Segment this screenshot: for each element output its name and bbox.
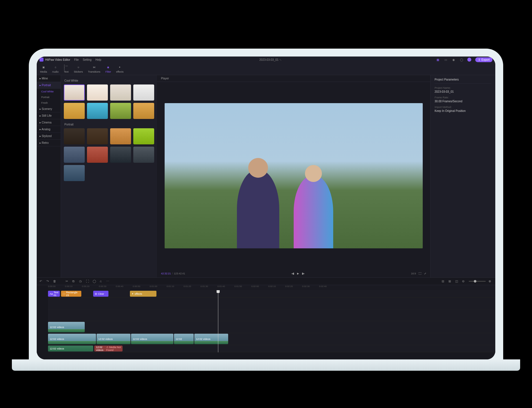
crop-icon[interactable]: ⛶ <box>419 272 421 275</box>
preview-column: Player 42:32:21 / 123:42:41 ◂▮ ▶ ▮▸ <box>157 75 430 277</box>
prev-frame-button[interactable]: ◂▮ <box>291 272 294 275</box>
tool-effects[interactable]: ✦effects <box>116 65 123 73</box>
category-cinema[interactable]: ▸ Cinema <box>37 119 61 126</box>
media-icon: ▣ <box>41 65 46 70</box>
timeline-clip[interactable]: 12:02 videos <box>131 334 173 344</box>
zoom-in-icon[interactable]: ⊕ <box>489 279 492 283</box>
category-still-life[interactable]: ▸ Still Life <box>37 112 61 119</box>
preset-thumb[interactable] <box>87 128 108 144</box>
tool-filter[interactable]: ◉Filter <box>105 65 111 73</box>
tool-text[interactable]: │—│Text <box>64 65 69 73</box>
preset-thumb[interactable] <box>110 84 131 101</box>
timeline-clip[interactable]: ✦effects <box>130 291 156 297</box>
zoom-out-icon[interactable]: ⊖ <box>462 279 466 283</box>
category-analog[interactable]: ▸ Analog <box>37 126 61 133</box>
preset-thumb[interactable] <box>64 128 85 144</box>
timeline-clip[interactable]: ⬚Rectangle 23 <box>61 291 81 297</box>
menu-help[interactable]: Help <box>95 58 101 61</box>
import-method-value: Keep In Original Position <box>435 109 491 112</box>
settings-icon[interactable]: ⋯ <box>467 58 471 62</box>
preset-thumb[interactable] <box>87 103 108 119</box>
fit-icon[interactable]: ◫ <box>455 279 459 283</box>
framerate-value: 30.00 Frames/Second <box>435 100 491 103</box>
cut-icon[interactable]: ✂ <box>66 279 69 283</box>
redo-icon[interactable]: ↷ <box>46 279 50 283</box>
preview-tab[interactable]: Player <box>157 75 430 82</box>
tool-stickers[interactable]: ☺Stickers <box>74 65 83 73</box>
tool-audio[interactable]: ♫Audio <box>52 65 59 73</box>
tool-media[interactable]: ▣Media <box>40 65 47 73</box>
empty-track-1[interactable]: 🔒👁 <box>48 298 495 309</box>
card-icon[interactable]: ▭ <box>444 58 448 62</box>
category-mine[interactable]: ▸ Mine <box>37 75 61 82</box>
gift-icon[interactable]: ▦ <box>436 58 440 62</box>
category-portrait[interactable]: ▸ Portrait <box>37 82 61 89</box>
preset-thumb[interactable] <box>64 84 85 101</box>
undo-icon[interactable]: ↶ <box>40 279 43 283</box>
ruler-tick: 0:00:10 <box>65 285 73 288</box>
timeline-clip[interactable]: ⊟Clear <box>93 291 108 297</box>
preset-thumb[interactable] <box>133 128 154 144</box>
timeline-clip[interactable]: 12:02 videos <box>48 346 93 351</box>
playhead[interactable] <box>218 290 218 352</box>
aspect-ratio-label[interactable]: 16:9 <box>411 272 416 275</box>
preset-thumb[interactable] <box>87 147 108 163</box>
preset-thumb[interactable] <box>64 103 85 119</box>
menu-setting[interactable]: Setting <box>83 58 91 61</box>
user-icon[interactable]: ◯ <box>459 58 463 62</box>
preset-thumb[interactable] <box>110 147 131 163</box>
timeline-tracks[interactable]: 🔒👁AaText 01⬚Rectangle 23⊟Clear✦effects🔒👁… <box>48 290 495 352</box>
ruler-tick: 0:01:50 <box>234 285 242 288</box>
message-icon[interactable]: ◉ <box>452 58 455 62</box>
audio-track[interactable]: ♫👁12:02 videos12:02 videos⚠ Media Not Fo… <box>48 345 495 352</box>
timeline-clip[interactable]: 12:02 videos⚠ Media Not Found <box>94 346 123 351</box>
empty-track-2[interactable]: 🔒👁 <box>48 309 495 321</box>
category-stylized[interactable]: ▸ Stylized <box>37 133 61 140</box>
timeline-ruler[interactable]: 0:00:000:00:100:00:200:00:300:00:400:00:… <box>48 285 495 290</box>
export-button[interactable]: ↥ Export <box>475 57 492 62</box>
video-track-1[interactable]: 🔒👁12:02 videos <box>48 321 495 333</box>
preset-thumb[interactable] <box>64 165 85 181</box>
fullscreen-icon[interactable]: ⤢ <box>424 272 426 275</box>
video-track-2[interactable]: 🔒👁12:02 videos12:02 videos12:02 videos12… <box>48 333 495 345</box>
subcategory-portrait[interactable]: Portrait <box>37 94 61 100</box>
delete-icon[interactable]: 🗑 <box>53 279 57 283</box>
next-frame-button[interactable]: ▮▸ <box>302 272 305 275</box>
zoom-slider[interactable] <box>469 281 486 282</box>
timeline-clip[interactable]: 12:02 videos <box>97 334 130 344</box>
timeline-clip[interactable]: 12:02 videos <box>48 322 85 332</box>
category-retro[interactable]: ▸ Retro <box>37 140 61 146</box>
menu-file[interactable]: File <box>74 58 79 61</box>
timeline-clip[interactable]: 12:02 <box>174 334 194 344</box>
preset-thumb[interactable] <box>110 128 131 144</box>
speed-icon[interactable]: ◷ <box>79 279 83 283</box>
audio-tool-icon[interactable]: ♫ <box>99 279 103 283</box>
timeline-clip[interactable]: 12:02 videos <box>194 334 228 344</box>
preset-thumb[interactable] <box>110 103 131 119</box>
more-tool-icon[interactable]: ⋯ <box>106 279 110 283</box>
play-button[interactable]: ▶ <box>297 272 299 275</box>
preset-thumb[interactable] <box>64 147 85 163</box>
crop-tool-icon[interactable]: ⛶ <box>86 279 90 283</box>
effects-track[interactable]: 🔒👁AaText 01⬚Rectangle 23⊟Clear✦effects <box>48 290 495 298</box>
copy-icon[interactable]: ⧉ <box>72 279 76 283</box>
subcategory-cool-white[interactable]: Cool White <box>37 89 61 94</box>
timeline-clip[interactable]: AaText 01 <box>48 291 60 297</box>
mask-icon[interactable]: ◯ <box>93 279 97 283</box>
subcategory-fresh[interactable]: Fresh <box>37 100 61 106</box>
preview-viewport <box>157 82 430 270</box>
preset-thumb[interactable] <box>133 84 154 101</box>
category-scenery[interactable]: ▸ Scenery <box>37 106 61 112</box>
timeline-clip[interactable]: 12:02 videos <box>48 334 96 344</box>
snap-icon[interactable]: ⊟ <box>442 279 446 283</box>
preset-thumb[interactable] <box>133 103 154 119</box>
project-panel-tab[interactable]: Project Parameters <box>435 78 491 84</box>
preset-section-title: Portrait <box>64 123 154 126</box>
preset-panel: Cool WhitePortrait <box>61 75 157 277</box>
preset-thumb[interactable] <box>133 147 154 163</box>
preset-thumb[interactable] <box>87 84 108 101</box>
add-track-icon[interactable]: ⊞ <box>448 279 452 283</box>
tool-transitions[interactable]: ⋈Transitions <box>88 65 101 73</box>
framerate-label: Frame Rate: <box>435 96 491 99</box>
ruler-tick: 0:01:00 <box>150 285 157 288</box>
